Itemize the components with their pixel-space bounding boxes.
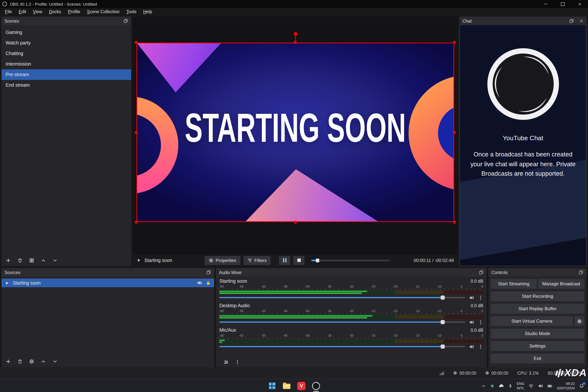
preview-canvas[interactable]: STARTING SOON: [136, 42, 454, 222]
filters-button[interactable]: Filters: [243, 256, 271, 265]
scene-item-watch-party[interactable]: Watch party: [2, 38, 131, 48]
move-scene-up-button[interactable]: [41, 258, 46, 263]
remove-source-button[interactable]: [17, 359, 22, 364]
tray-expand-icon[interactable]: [481, 384, 486, 388]
onedrive-cloud-icon[interactable]: [499, 383, 504, 388]
volume-slider[interactable]: [219, 346, 465, 347]
grid-mode-button[interactable]: [29, 258, 34, 263]
start-streaming-button[interactable]: Start Streaming: [491, 279, 537, 289]
mixer-title: Audio Mixer: [219, 270, 242, 274]
popout-icon[interactable]: [569, 18, 574, 23]
properties-button[interactable]: Properties: [205, 256, 240, 265]
resize-handle-top[interactable]: [294, 41, 297, 44]
starting-soon-source[interactable]: STARTING SOON: [136, 42, 454, 222]
menu-profile[interactable]: Profile: [64, 8, 84, 15]
chat-dock: Chat YouTube Chat Once a broadcast has b…: [460, 16, 586, 266]
popout-icon[interactable]: [578, 270, 584, 275]
microphone-tray-icon[interactable]: [508, 384, 512, 388]
volume-handle[interactable]: [441, 344, 445, 349]
start-virtual-camera-button[interactable]: Start Virtual Camera: [491, 316, 573, 326]
source-properties-button[interactable]: [29, 359, 34, 364]
close-button[interactable]: [571, 0, 588, 8]
move-source-down-button[interactable]: [52, 359, 58, 364]
popout-icon[interactable]: [206, 270, 211, 275]
start-replay-buffer-button[interactable]: Start Replay Buffer: [491, 304, 584, 314]
vivaldi-browser-icon[interactable]: V: [296, 380, 307, 392]
stop-button[interactable]: [294, 256, 305, 265]
minimize-button[interactable]: [537, 0, 554, 8]
resize-handle-topleft[interactable]: [135, 41, 138, 44]
lock-icon[interactable]: [206, 280, 211, 285]
chat-title: Chat: [462, 19, 472, 23]
level-meter-left: [219, 290, 483, 292]
resize-handle-topright[interactable]: [453, 41, 456, 44]
menu-view[interactable]: View: [30, 8, 46, 15]
volume-slider[interactable]: [219, 297, 465, 298]
scene-item-intermission[interactable]: Intermission: [2, 59, 131, 69]
battery-icon[interactable]: [548, 383, 553, 388]
seek-handle[interactable]: [316, 258, 319, 262]
close-icon[interactable]: [579, 19, 584, 23]
language-indicator[interactable]: ENG INTL: [517, 382, 524, 390]
pause-button[interactable]: [279, 256, 290, 265]
move-scene-down-button[interactable]: [52, 258, 58, 263]
media-seek-slider[interactable]: [312, 260, 390, 261]
preview-area[interactable]: STARTING SOON: [133, 16, 458, 254]
visibility-eye-icon[interactable]: [197, 280, 202, 286]
volume-slider[interactable]: [219, 322, 465, 323]
studio-mode-button[interactable]: Studio Mode: [491, 329, 584, 338]
volume-handle[interactable]: [441, 296, 445, 300]
level-meter-left: [219, 315, 483, 316]
source-item-starting-soon[interactable]: Starting soon: [2, 278, 214, 287]
mute-button[interactable]: [469, 295, 474, 300]
resize-handle-left[interactable]: [135, 131, 138, 134]
scene-item-gaming[interactable]: Gaming: [2, 27, 131, 38]
resize-handle-bottom[interactable]: [294, 221, 297, 224]
add-source-button[interactable]: [6, 359, 11, 364]
notifications-bell-icon[interactable]: [579, 383, 584, 388]
mixer-channel-desktop-audio: Desktop Audio 0.0 dB -60-55-50-45-40-35-…: [219, 303, 483, 324]
manage-broadcast-button[interactable]: Manage Broadcast: [538, 279, 584, 289]
popout-icon[interactable]: [123, 18, 128, 23]
mute-button[interactable]: [469, 320, 474, 325]
start-recording-button[interactable]: Start Recording: [491, 291, 584, 301]
add-scene-button[interactable]: [6, 258, 11, 263]
mixer-options-button[interactable]: [235, 360, 240, 365]
volume-handle[interactable]: [441, 320, 445, 324]
move-source-up-button[interactable]: [41, 359, 46, 364]
exit-button[interactable]: Exit: [491, 354, 584, 363]
resize-handle-bottomright[interactable]: [453, 221, 456, 224]
channel-options-button[interactable]: [478, 320, 483, 325]
menu-file[interactable]: File: [2, 8, 15, 15]
channel-options-button[interactable]: [478, 295, 483, 300]
menu-scene-collection[interactable]: Scene Collection: [84, 8, 123, 15]
obs-taskbar-icon[interactable]: [310, 380, 322, 392]
scene-item-pre-stream[interactable]: Pre-stream: [2, 69, 131, 80]
wifi-icon[interactable]: [529, 383, 534, 388]
remove-scene-button[interactable]: [17, 258, 22, 263]
file-explorer-icon[interactable]: [281, 380, 292, 392]
menu-help[interactable]: Help: [140, 8, 156, 15]
scene-item-end-stream[interactable]: End stream: [2, 80, 131, 90]
mute-button[interactable]: [469, 344, 474, 349]
tray-app-icon[interactable]: [490, 384, 494, 388]
channel-db: 0.0 dB: [471, 279, 484, 284]
rotation-handle[interactable]: [294, 32, 297, 36]
advanced-audio-button[interactable]: [224, 360, 229, 365]
menu-edit[interactable]: Edit: [15, 8, 30, 15]
obs-logo: [485, 46, 561, 122]
menu-tools[interactable]: Tools: [123, 8, 140, 15]
resize-handle-bottomleft[interactable]: [135, 221, 138, 224]
channel-name: Mic/Aux: [219, 328, 236, 333]
volume-tray-icon[interactable]: [538, 383, 543, 388]
popout-icon[interactable]: [479, 270, 484, 275]
scene-item-chatting[interactable]: Chatting: [2, 48, 131, 59]
clock[interactable]: 09:22 02/07/2024: [557, 382, 575, 390]
resize-handle-right[interactable]: [453, 131, 456, 134]
start-button[interactable]: [266, 380, 278, 392]
channel-options-button[interactable]: [478, 344, 483, 349]
settings-button[interactable]: Settings: [491, 341, 584, 351]
menu-docks[interactable]: Docks: [46, 8, 64, 15]
virtual-camera-settings-button[interactable]: [574, 316, 584, 326]
maximize-button[interactable]: [554, 0, 571, 8]
